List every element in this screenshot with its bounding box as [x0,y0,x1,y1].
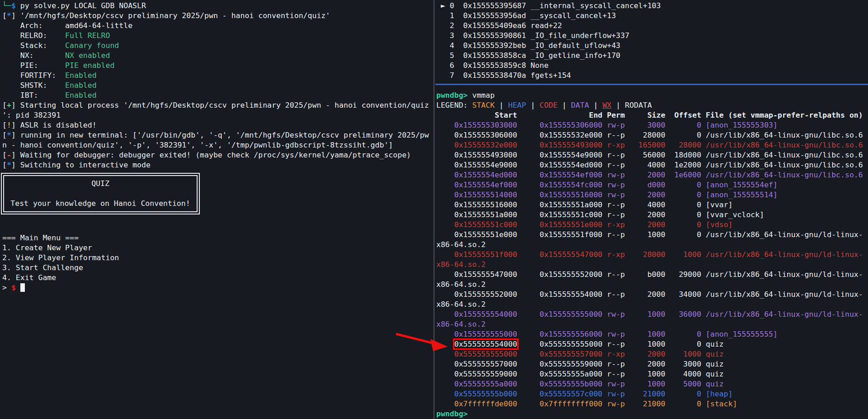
vmmap-row-wrap: x86-64.so.2 [436,300,868,309]
text-segment: [ [2,131,7,139]
text-segment: 0x15555551f000 0x155555547000 r-xp 28000… [436,250,863,259]
text-segment: [ [2,121,7,129]
shell-line: [*] Switching to interactive mode [2,160,433,170]
text-segment: 0x155555493000 0x1555554e9000 r--p 56000… [436,151,863,159]
terminal-cursor [20,283,25,292]
text-segment: 0x15555532e000 0x155555493000 r-xp 16500… [436,141,863,149]
text-segment: Arch: amd64-64-little [2,21,132,30]
shell-line: [-] Waiting for debugger: debugger exite… [2,150,433,160]
backtrace-frame: ► 0 0x155555395687 __internal_syscall_ca… [436,1,868,11]
text-segment: 5 0x1555553858ca _IO_getline_info+170 [436,51,620,60]
text-segment: Enabled [65,91,97,100]
text-segment: NX: [2,51,65,60]
interactive-prompt: > $ [2,283,433,293]
shell-line: [!] ASLR is disabled! [2,120,433,130]
vmmap-row: 0x15555551a000 0x15555551c000 r--p 2000 … [436,210,868,220]
shell-line: n - hanoi convention/quiz', '-p', '38239… [2,140,433,150]
text-segment: pwndbg> [436,91,468,100]
text-segment: | [495,101,508,110]
vmmap-row: 0x555555554000 0x555555555000 r--p 1000 … [436,339,868,349]
text-segment: pwndbg> [436,409,468,418]
text-segment: [ [2,11,7,20]
text-segment: ] [11,101,20,110]
text-segment: IBT: [2,91,65,100]
menu-item: 2. View Player Information [2,253,433,263]
text-segment: 0x55555555a000 0x55555555b000 rw-p 1000 … [436,380,724,388]
shell-line: ': pid 382391 [2,110,433,120]
text-segment: 4 0x155555392beb _IO_default_uflow+43 [436,41,620,50]
quiz-spacer [4,189,197,199]
text-segment: 0x15555551e000 0x15555551f000 r--p 1000 … [436,230,863,239]
text-segment: RELRO: [2,31,65,40]
text-segment: 0x15555551c000 0x15555551e000 r-xp 2000 … [436,220,733,229]
text-segment: 0x155555306000 0x15555532e000 r--p 28000… [436,131,863,139]
text-segment: > [2,283,11,292]
quiz-banner-inner-border: QUIZ Test your knowledge on Hanoi Conven… [3,175,198,212]
text-segment: Waiting for debugger: debugger exited! (… [20,151,411,159]
text-segment: 0x15555551a000 0x15555551c000 r--p 2000 … [436,210,764,219]
vmmap-row: 0x155555493000 0x1555554e9000 r--p 56000… [436,150,868,160]
vmmap-row: 0x55555555a000 0x55555555b000 rw-p 1000 … [436,379,868,389]
gdb-terminal-pane[interactable]: ► 0 0x155555395687 __internal_syscall_ca… [435,0,868,419]
text-segment: ': pid 382391 [2,111,61,119]
backtrace-frame: 5 0x1555553858ca _IO_getline_info+170 [436,51,868,61]
text-segment: ] [11,161,20,169]
backtrace-frame: 3 0x155555390861 _IO_file_underflow+337 [436,31,868,41]
text-segment: 4. Exit Game [2,273,56,282]
vmmap-row: 0x555555559000 0x55555555a000 r--p 1000 … [436,369,868,379]
text-segment: | [557,101,571,110]
backtrace-frame: 1 0x1555553956ad __syscall_cancel+13 [436,11,868,21]
text-segment: 0x1555554ed000 0x1555554ef000 rw-p 2000 … [436,171,863,179]
text-segment: py solve.py LOCAL GDB NOASLR [16,1,146,10]
shell-line: └─$ py solve.py LOCAL GDB NOASLR [2,1,433,11]
pane-divider [434,0,434,419]
menu-title: === Main Menu === [2,233,433,243]
quiz-title: QUIZ [4,179,197,189]
text-segment: Enabled [65,71,97,80]
shell-line: Arch: amd64-64-little [2,21,433,31]
text-segment: 0x155555514000 0x155555516000 rw-p 2000 … [436,190,778,199]
shell-line: FORTIFY: Enabled [2,71,433,81]
vmmap-row-wrap: x86-64.so.2 [436,280,868,290]
text-segment: 0x55555555b000 0x55555557c000 rw-p 21000… [436,390,733,398]
left-terminal-pane[interactable]: └─$ py solve.py LOCAL GDB NOASLR[*] '/mn… [0,0,433,419]
text-segment: Start End Perm Size Offset File (set vmm… [436,111,863,119]
text-segment: 1 0x1555553956ad __syscall_cancel+13 [436,11,616,20]
text-segment: $ [11,283,16,292]
text-segment: 0x155555516000 0x15555551a000 r--p 4000 … [436,200,733,209]
vmmap-row: 0x555555557000 0x555555559000 r--p 2000 … [436,359,868,369]
text-segment: WX [603,101,612,110]
text-segment: n - hanoi convention/quiz', '-p', '38239… [2,141,393,149]
text-segment: 0x555555559000 0x55555555a000 r--p 1000 … [436,370,724,378]
text-segment: ] [11,121,20,129]
shell-line: NX: NX enabled [2,51,433,61]
text-segment: RODATA [625,101,652,110]
vmmap-row: 0x555555555000 0x555555557000 r-xp 2000 … [436,349,868,359]
text-segment: Starting local process '/mnt/hgfs/Deskto… [20,101,429,110]
text-segment: 0x155555303000 0x155555306000 rw-p 3000 … [436,121,778,129]
text-segment: x86-64.so.2 [436,300,486,309]
text-segment: 0x155555552000 0x155555554000 r--p 2000 … [436,290,863,299]
text-segment: 6 0x1555553859c8 None [436,61,548,70]
text-segment: HEAP [508,101,526,110]
context-separator-line [435,84,868,85]
text-segment: 2. View Player Information [2,253,119,262]
text-segment: x86-64.so.2 [436,280,486,289]
terminal-screen: └─$ py solve.py LOCAL GDB NOASLR[*] '/mn… [0,0,868,419]
text-segment: 0x155555555000 0x155555556000 rw-p 1000 … [436,330,778,338]
text-segment: Switching to interactive mode [20,161,151,169]
text-segment: DATA [571,101,589,110]
vmmap-row: 0x155555516000 0x15555551a000 r--p 4000 … [436,200,868,210]
vmmap-legend: LEGEND: STACK | HEAP | CODE | DATA | WX … [436,100,868,110]
text-segment: 0x155555547000 0x155555552000 r--p b000 … [436,270,863,279]
text-segment: vmmap [468,91,495,100]
menu-item: 4. Exit Game [2,273,433,283]
text-segment: ! [7,121,11,129]
text-segment: ► 0 0x155555395687 __internal_syscall_ca… [436,1,661,10]
text-segment: | [526,101,540,110]
text-segment: Canary found [65,41,119,50]
text-segment: [ [2,161,7,169]
text-segment: 3 0x155555390861 _IO_file_underflow+337 [436,31,629,40]
vmmap-row: 0x15555551c000 0x15555551e000 r-xp 2000 … [436,220,868,230]
text-segment: x86-64.so.2 [436,320,486,329]
